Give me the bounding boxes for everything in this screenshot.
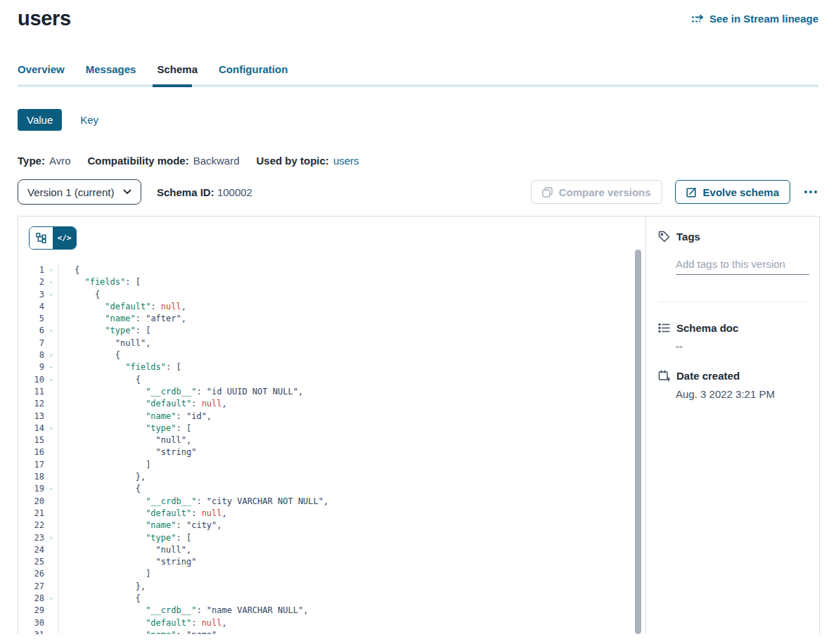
compatibility-label: Compatibility mode: (87, 155, 188, 167)
line-number: 31 (18, 629, 44, 634)
code-line: 20"__crdb__": "city VARCHAR NOT NULL", (18, 496, 645, 508)
code-line: 19▾{ (18, 483, 645, 495)
fold-spacer (44, 508, 58, 520)
compare-versions-icon (542, 187, 553, 198)
more-options-button[interactable] (803, 188, 818, 196)
code-text: "default": null, (58, 617, 645, 629)
code-line: 31"name": "name", (18, 629, 645, 634)
schema-content-container: </> 1▾{2▾"fields": [3▾{4"default": null,… (18, 216, 820, 634)
used-by-topic-label: Used by topic: (257, 155, 329, 167)
code-text: "__crdb__": "city VARCHAR NOT NULL", (58, 496, 645, 508)
schema-metadata-sidebar: Tags Schema doc -- (646, 217, 819, 634)
fold-toggle-icon[interactable]: ▾ (44, 325, 58, 337)
compatibility-value: Backward (193, 155, 240, 167)
version-bar: Version 1 (current) Schema ID: 100002 Co… (18, 179, 818, 205)
stream-lineage-icon (691, 14, 705, 24)
code-text: ] (58, 459, 645, 471)
line-number: 17 (18, 459, 44, 471)
code-view-icon: </> (58, 233, 72, 243)
editor-scrollbar[interactable] (635, 250, 641, 634)
schema-code-panel: </> 1▾{2▾"fields": [3▾{4"default": null,… (18, 217, 646, 634)
fold-toggle-icon[interactable]: ▾ (44, 483, 58, 495)
fold-toggle-icon[interactable]: ▾ (44, 289, 58, 301)
fold-toggle-icon[interactable]: ▾ (44, 276, 58, 288)
code-line: 16"string" (18, 446, 645, 458)
schema-id-label: Schema ID: (157, 186, 214, 198)
line-number: 7 (18, 337, 44, 349)
code-line: 14▾"type": [ (18, 423, 645, 434)
fold-toggle-icon[interactable]: ▾ (44, 264, 58, 276)
fold-spacer (44, 386, 58, 398)
used-by-topic-link[interactable]: users (333, 155, 359, 167)
compare-versions-button[interactable]: Compare versions (531, 180, 662, 204)
fold-toggle-icon[interactable]: ▾ (44, 361, 58, 373)
fold-toggle-icon[interactable]: ▾ (44, 374, 58, 386)
code-view-button[interactable]: </> (53, 227, 76, 249)
code-line: 30"default": null, (18, 617, 645, 629)
fold-spacer (44, 520, 58, 532)
schema-doc-heading: Schema doc (676, 322, 738, 334)
code-text: { (58, 349, 645, 361)
code-text: }, (58, 471, 645, 483)
code-text: { (58, 264, 645, 276)
fold-spacer (44, 301, 58, 313)
code-line: 28▾{ (18, 593, 645, 605)
line-number: 4 (18, 301, 44, 313)
line-number: 5 (18, 313, 44, 325)
fold-spacer (44, 605, 58, 617)
version-select[interactable]: Version 1 (current) (18, 179, 141, 205)
line-number: 15 (18, 434, 44, 446)
compare-versions-label: Compare versions (559, 186, 651, 198)
code-text: "default": null, (58, 398, 645, 410)
code-text: { (58, 289, 645, 301)
fold-spacer (44, 581, 58, 593)
tags-heading: Tags (676, 231, 700, 243)
fold-toggle-icon[interactable]: ▾ (44, 349, 58, 361)
code-line: 4"default": null, (18, 301, 645, 313)
ellipsis-icon (809, 191, 812, 193)
fold-spacer (44, 556, 58, 568)
fold-spacer (44, 446, 58, 458)
line-number: 8 (18, 349, 44, 361)
tree-view-icon (36, 233, 46, 243)
schema-meta-row: Type: Avro Compatibility mode: Backward … (18, 155, 818, 167)
tree-view-button[interactable] (30, 227, 53, 249)
sidebar-divider (658, 302, 809, 302)
line-number: 14 (18, 423, 44, 434)
meta-compatibility: Compatibility mode: Backward (87, 155, 239, 167)
code-text: { (58, 374, 645, 386)
tab-overview[interactable]: Overview (18, 63, 65, 75)
value-key-toggle: Value Key (18, 109, 818, 131)
tab-bar: Overview Messages Schema Configuration (18, 63, 818, 87)
tab-underline (18, 84, 818, 87)
code-text: "default": null, (58, 301, 645, 313)
fold-toggle-icon[interactable]: ▾ (44, 423, 58, 434)
tab-schema[interactable]: Schema (157, 63, 198, 75)
code-text: "string" (58, 446, 645, 458)
evolve-schema-button[interactable]: Evolve schema (675, 180, 790, 204)
fold-toggle-icon[interactable]: ▾ (44, 532, 58, 544)
date-created-section: Date created Aug. 3 2022 3:21 PM (658, 370, 819, 400)
evolve-schema-icon (686, 187, 697, 198)
code-text: { (58, 593, 645, 605)
code-text: "fields": [ (58, 276, 645, 288)
fold-spacer (44, 459, 58, 471)
key-toggle-button[interactable]: Key (80, 114, 98, 126)
see-in-stream-lineage-link[interactable]: See in Stream lineage (691, 13, 818, 25)
code-text: "name": "after", (58, 313, 645, 325)
value-toggle-button[interactable]: Value (18, 109, 62, 131)
line-number: 23 (18, 532, 44, 544)
code-text: { (58, 483, 645, 495)
tab-messages[interactable]: Messages (86, 63, 136, 75)
line-number: 6 (18, 325, 44, 337)
tab-configuration[interactable]: Configuration (219, 63, 288, 75)
code-line: 15"null", (18, 434, 645, 446)
code-text: }, (58, 581, 645, 593)
add-tags-input[interactable] (676, 257, 809, 275)
bulleted-list-icon (658, 323, 670, 333)
fold-toggle-icon[interactable]: ▾ (44, 593, 58, 605)
fold-spacer (44, 411, 58, 423)
code-text: "default": null, (58, 508, 645, 520)
code-line: 7"null", (18, 337, 645, 349)
page-title: users (18, 7, 71, 30)
